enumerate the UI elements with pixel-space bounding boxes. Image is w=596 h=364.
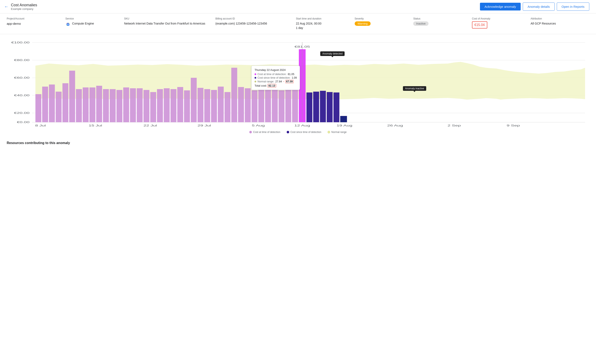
svg-rect-26 — [56, 92, 61, 122]
chart-container: €100.00 €80.00 €60.00 €40.00 €20.00 €0.0… — [7, 40, 589, 129]
svg-rect-54 — [245, 88, 251, 122]
svg-text:8 Jul: 8 Jul — [35, 124, 46, 127]
svg-rect-30 — [83, 87, 89, 122]
svg-rect-28 — [69, 71, 75, 122]
svg-rect-39 — [143, 90, 149, 122]
time-label: Start time and duration — [296, 17, 350, 20]
open-reports-button[interactable]: Open in Reports — [557, 2, 589, 11]
svg-rect-46 — [191, 78, 197, 122]
attribution-label: Attribution — [530, 17, 585, 20]
resources-section: Resources contributing to this anomaly — [0, 137, 596, 149]
project-label: Project/Account — [7, 17, 61, 20]
tooltip-dot-since — [254, 77, 256, 79]
header-left: ← Cost Anomalies Example company — [4, 3, 37, 10]
tooltip-val-2: 1.09 — [292, 76, 297, 79]
attribution-cell: Attribution All GCP Resources — [530, 17, 589, 26]
severity-label: Severity — [355, 17, 409, 20]
svg-rect-53 — [238, 87, 244, 122]
tooltip-label-3: Normal range: — [258, 80, 274, 83]
tooltip-label-1: Cost at time of detection: — [258, 73, 286, 76]
metadata-row: Project/Account app-demo Service Compute… — [0, 14, 596, 34]
legend-item-normal: Normal range — [328, 131, 347, 134]
project-cell: Project/Account app-demo — [7, 17, 66, 26]
billing-cell: Billing account ID (example.com) 123456-… — [216, 17, 296, 26]
svg-rect-55 — [252, 90, 258, 122]
service-name-group: Compute Engine — [66, 21, 120, 27]
svg-rect-58 — [272, 89, 278, 122]
svg-text:9 Sep: 9 Sep — [507, 124, 520, 127]
svg-text:2 Sep: 2 Sep — [448, 124, 461, 127]
svg-text:€100.00: €100.00 — [11, 41, 29, 44]
svg-text:19 Aug: 19 Aug — [337, 124, 352, 127]
billing-value: (example.com) 123456-123456-123456 — [216, 21, 292, 26]
svg-rect-1 — [67, 24, 68, 25]
tooltip-range-dash: - — [283, 80, 284, 83]
acknowledge-button[interactable]: Acknowledge anomaly — [480, 3, 521, 10]
service-value: Compute Engine — [72, 21, 94, 26]
back-button[interactable]: ← — [4, 4, 8, 9]
sku-cell: SKU Network Internet Data Transfer Out f… — [124, 17, 215, 26]
svg-rect-61 — [292, 88, 298, 122]
svg-rect-37 — [130, 88, 136, 122]
page-title: Cost Anomalies — [11, 3, 37, 7]
legend-label-since: Cost since time of detection — [291, 131, 321, 134]
legend-item-since: Cost since time of detection — [287, 131, 321, 134]
svg-text:€20.00: €20.00 — [14, 112, 30, 114]
header-actions: Acknowledge anomaly Anomaly details Open… — [480, 2, 589, 11]
svg-rect-63 — [306, 93, 312, 122]
svg-text:22 Jul: 22 Jul — [143, 124, 157, 127]
svg-text:€0.00: €0.00 — [17, 121, 29, 124]
tooltip-range-1: 27.84 — [275, 80, 282, 83]
compute-engine-icon — [66, 22, 71, 27]
svg-rect-23 — [36, 94, 41, 122]
svg-text:5 Aug: 5 Aug — [252, 124, 265, 127]
tooltip-total-label: Total cost: — [254, 84, 267, 87]
tooltip-dot-range — [254, 81, 256, 82]
svg-rect-60 — [285, 89, 291, 122]
legend-label-detection: Cost at time of detection — [253, 131, 280, 134]
svg-text:15 Jul: 15 Jul — [89, 124, 102, 127]
billing-label: Billing account ID — [216, 17, 292, 20]
svg-rect-42 — [164, 88, 170, 122]
tooltip-row-2: Cost since time of detection: 1.09 — [254, 76, 297, 79]
svg-text:29 Jul: 29 Jul — [197, 124, 211, 127]
svg-rect-67 — [334, 93, 339, 122]
svg-rect-36 — [123, 87, 129, 122]
anomaly-details-button[interactable]: Anomaly details — [523, 2, 555, 11]
svg-text:€60.00: €60.00 — [14, 76, 30, 79]
legend-dot-detection — [249, 131, 252, 133]
attribution-value: All GCP Resources — [530, 21, 585, 26]
tooltip-range-2: 67.09 — [285, 80, 294, 83]
svg-rect-38 — [137, 88, 143, 122]
cost-label: Cost of Anomaly — [472, 17, 527, 20]
svg-point-9 — [69, 25, 69, 26]
svg-rect-31 — [89, 87, 95, 122]
svg-rect-57 — [265, 88, 271, 122]
svg-text:€80.00: €80.00 — [14, 59, 30, 61]
svg-rect-66 — [327, 92, 333, 122]
svg-text:12 Aug: 12 Aug — [294, 124, 310, 127]
legend-label-normal: Normal range — [331, 131, 347, 134]
time-value: 22 Aug 2024, 00:00 1 day — [296, 21, 350, 30]
severity-cell: Severity Warning — [355, 17, 413, 26]
svg-rect-68 — [340, 116, 347, 122]
svg-rect-3 — [69, 24, 69, 25]
legend-dot-normal — [328, 131, 330, 133]
svg-rect-40 — [150, 92, 156, 122]
status-label: Status — [413, 17, 468, 20]
title-group: Cost Anomalies Example company — [11, 3, 37, 10]
chart-section: €100.00 €80.00 €60.00 €40.00 €20.00 €0.0… — [0, 34, 596, 134]
tooltip-dot-detection — [254, 73, 256, 75]
svg-rect-59 — [278, 90, 284, 122]
tooltip-total-value: 82.13 — [268, 84, 276, 87]
svg-rect-27 — [63, 83, 68, 122]
svg-point-6 — [67, 23, 67, 24]
svg-point-7 — [69, 23, 69, 24]
svg-rect-32 — [96, 86, 102, 122]
chart-tooltip: Thursday 22 August 2024 Cost at time of … — [251, 66, 300, 90]
svg-rect-52 — [231, 68, 237, 122]
svg-rect-65 — [320, 91, 326, 122]
svg-rect-44 — [177, 87, 183, 122]
chart-legend: Cost at time of detection Cost since tim… — [7, 131, 589, 134]
tooltip-total: Total cost: 82.13 — [254, 84, 297, 87]
